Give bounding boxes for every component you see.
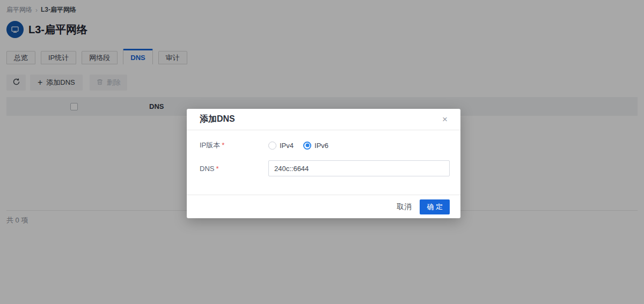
ip-version-label: IP版本*: [200, 140, 268, 150]
dns-row: DNS*: [200, 160, 450, 176]
modal-title: 添加DNS: [200, 114, 235, 125]
add-dns-modal: 添加DNS × IP版本* IPv4 IPv6 DNS*: [187, 109, 460, 218]
modal-body: IP版本* IPv4 IPv6 DNS*: [187, 130, 460, 195]
confirm-button[interactable]: 确 定: [420, 199, 450, 214]
required-mark: *: [216, 165, 218, 173]
ip-version-radio-group: IPv4 IPv6: [268, 142, 328, 150]
dns-label: DNS*: [200, 165, 268, 173]
modal-header: 添加DNS ×: [187, 109, 460, 130]
radio-ipv6-icon[interactable]: [303, 142, 311, 150]
radio-ipv4-label: IPv4: [280, 142, 294, 150]
required-mark: *: [222, 141, 224, 149]
radio-option-ipv4[interactable]: IPv4: [268, 142, 294, 150]
dns-label-text: DNS: [200, 165, 214, 173]
radio-ipv4-icon[interactable]: [268, 142, 276, 150]
close-icon[interactable]: ×: [442, 115, 448, 124]
dns-input[interactable]: [268, 160, 450, 176]
radio-option-ipv6[interactable]: IPv6: [303, 142, 328, 150]
modal-footer: 取消 确 定: [187, 195, 460, 218]
ip-version-row: IP版本* IPv4 IPv6: [200, 138, 450, 153]
ip-version-label-text: IP版本: [200, 141, 220, 149]
cancel-button[interactable]: 取消: [397, 202, 411, 212]
radio-ipv6-label: IPv6: [314, 142, 328, 150]
